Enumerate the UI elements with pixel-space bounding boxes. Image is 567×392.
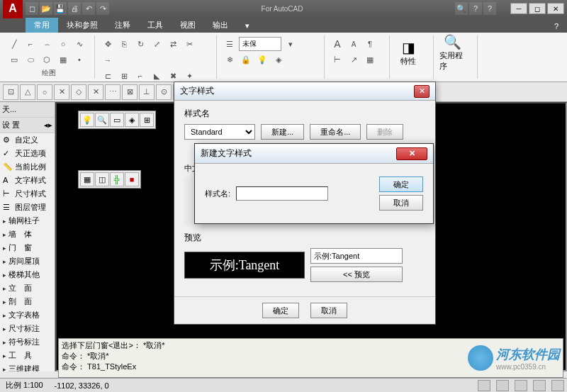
- dialog-cancel-button[interactable]: 取消: [310, 303, 347, 318]
- rename-button[interactable]: 重命名...: [310, 124, 361, 140]
- osnap-center-icon[interactable]: ○: [37, 84, 52, 100]
- sidebar-item-dimension[interactable]: ▸尺寸标注: [0, 322, 55, 335]
- rotate-icon[interactable]: ↻: [133, 37, 147, 51]
- tab-annotate[interactable]: 注释: [106, 18, 139, 33]
- offset-icon[interactable]: ⊏: [101, 69, 115, 83]
- help1-icon[interactable]: ?: [469, 2, 482, 15]
- delete-button[interactable]: 删除: [366, 124, 403, 140]
- ft1-btn3-icon[interactable]: ▭: [110, 113, 124, 127]
- sidebar-item-custom[interactable]: ⚙自定义: [0, 133, 55, 147]
- copy-icon[interactable]: ⎘: [117, 37, 131, 51]
- osnap-int-icon[interactable]: ✕: [88, 84, 103, 100]
- ft2-btn2-icon[interactable]: ◫: [95, 172, 109, 186]
- sidebar-item-layer[interactable]: ☰图层管理: [0, 201, 55, 214]
- sidebar-item-texttable[interactable]: ▸文字表格: [0, 308, 55, 322]
- layer-iso-icon[interactable]: ◈: [271, 52, 286, 67]
- arc-icon[interactable]: ⌢: [40, 37, 54, 51]
- layer-icon[interactable]: ☰: [223, 37, 237, 51]
- sidebar-item-tools[interactable]: ▸工 具: [0, 349, 55, 362]
- osnap-ext-icon[interactable]: ⋯: [105, 84, 120, 100]
- osnap-perp-icon[interactable]: ⊥: [139, 84, 155, 100]
- leader-icon[interactable]: ↗: [347, 52, 361, 67]
- ft2-btn4-icon[interactable]: ■: [125, 172, 139, 186]
- tab-output[interactable]: 输出: [204, 18, 237, 33]
- text-small-icon[interactable]: A: [347, 37, 361, 51]
- style-select[interactable]: Standard: [184, 124, 255, 140]
- status-scale[interactable]: 比例 1:100: [3, 380, 46, 391]
- sidebar-item-textstyle[interactable]: A文字样式: [0, 174, 55, 187]
- status-ortho-icon[interactable]: [515, 380, 527, 391]
- qat-print-icon[interactable]: 🖨: [68, 2, 81, 15]
- hatch-icon[interactable]: ▦: [56, 52, 70, 67]
- dialog-close-button[interactable]: ✕: [414, 85, 430, 98]
- modal-ok-button[interactable]: 确定: [379, 177, 423, 192]
- new-style-button[interactable]: 新建...: [261, 124, 304, 140]
- sidebar-item-section[interactable]: ▸剖 面: [0, 295, 55, 308]
- qat-undo-icon[interactable]: ↶: [82, 2, 95, 15]
- point-icon[interactable]: •: [72, 52, 86, 67]
- polygon-icon[interactable]: ⬡: [40, 52, 54, 67]
- line-icon[interactable]: ╱: [7, 37, 21, 51]
- tab-blocks[interactable]: 块和参照: [58, 18, 106, 33]
- sidebar-header2[interactable]: 设 置◂▸: [0, 118, 55, 133]
- sidebar-item-elevation[interactable]: ▸立 面: [0, 281, 55, 295]
- rect-icon[interactable]: ▭: [7, 52, 21, 67]
- array-icon[interactable]: ⊞: [117, 69, 131, 83]
- modal-cancel-button[interactable]: 取消: [379, 195, 423, 211]
- dim-icon[interactable]: ⊢: [330, 52, 344, 67]
- trim-icon[interactable]: ✂: [182, 37, 196, 51]
- sample-input[interactable]: [310, 248, 403, 264]
- sidebar-item-axis[interactable]: ▸轴网柱子: [0, 214, 55, 228]
- dialog-ok-button[interactable]: 确定: [262, 303, 299, 318]
- explode-icon[interactable]: ✦: [182, 69, 196, 83]
- minimize-button[interactable]: ─: [510, 3, 527, 14]
- sidebar-item-options[interactable]: ✓天正选项: [0, 147, 55, 160]
- move-icon[interactable]: ✥: [101, 37, 115, 51]
- layer-dropdown[interactable]: 未保: [239, 37, 281, 51]
- ellipse-icon[interactable]: ⬭: [23, 52, 38, 67]
- status-polar-icon[interactable]: [533, 380, 546, 391]
- extend-icon[interactable]: →: [101, 53, 115, 67]
- preview-button[interactable]: << 预览: [310, 267, 403, 282]
- sidebar-item-dimstyle[interactable]: ⊢尺寸样式: [0, 187, 55, 201]
- sidebar-item-3d[interactable]: ▸三维建模: [0, 362, 55, 371]
- qat-redo-icon[interactable]: ↷: [96, 2, 109, 15]
- sidebar-item-scale[interactable]: 📏当前比例: [0, 160, 55, 174]
- tab-tools[interactable]: 工具: [139, 18, 172, 33]
- osnap-ins-icon[interactable]: ⊠: [122, 84, 137, 100]
- sidebar-item-room[interactable]: ▸房间屋顶: [0, 254, 55, 268]
- search-icon[interactable]: 🔍: [455, 2, 468, 15]
- qat-open-icon[interactable]: 📂: [40, 2, 52, 15]
- sidebar-item-door[interactable]: ▸门 窗: [0, 241, 55, 254]
- qat-new-icon[interactable]: ◻: [26, 2, 38, 15]
- osnap-tan-icon[interactable]: ⊙: [156, 84, 172, 100]
- osnap-midpoint-icon[interactable]: △: [20, 84, 35, 100]
- spline-icon[interactable]: ∿: [72, 37, 86, 51]
- sidebar-item-wall[interactable]: ▸墙 体: [0, 228, 55, 241]
- maximize-button[interactable]: ◻: [529, 3, 546, 14]
- close-button[interactable]: ✕: [547, 3, 564, 14]
- tab-expand-icon[interactable]: ▾: [237, 19, 258, 33]
- sidebar-item-symbol[interactable]: ▸符号标注: [0, 335, 55, 349]
- layer-off-icon[interactable]: 💡: [255, 52, 269, 67]
- ft1-btn5-icon[interactable]: ⊞: [140, 113, 154, 127]
- chamfer-icon[interactable]: ◣: [150, 69, 164, 83]
- help2-icon[interactable]: ?: [483, 2, 496, 15]
- ft1-btn1-icon[interactable]: 💡: [80, 113, 94, 127]
- table-icon[interactable]: ▦: [363, 52, 377, 67]
- ft1-btn2-icon[interactable]: 🔍: [95, 113, 109, 127]
- layer-freeze-icon[interactable]: ❄: [223, 52, 237, 67]
- erase-icon[interactable]: ✖: [166, 69, 180, 83]
- mirror-icon[interactable]: ⇄: [166, 37, 180, 51]
- ft2-btn3-icon[interactable]: ╬: [110, 172, 124, 186]
- osnap-node-icon[interactable]: ✕: [54, 84, 69, 100]
- qat-save-icon[interactable]: 💾: [54, 2, 67, 15]
- fillet-icon[interactable]: ⌐: [133, 69, 147, 83]
- layer-state-icon[interactable]: ▾: [284, 37, 298, 51]
- style-name-input[interactable]: [236, 186, 328, 201]
- osnap-endpoint-icon[interactable]: ⊡: [3, 84, 18, 100]
- properties-button[interactable]: ◨ 特性: [395, 37, 421, 68]
- mtext-icon[interactable]: ¶: [363, 37, 377, 51]
- utilities-button[interactable]: 🔍 实用程序: [439, 37, 465, 68]
- modal-close-button[interactable]: ✕: [396, 147, 427, 160]
